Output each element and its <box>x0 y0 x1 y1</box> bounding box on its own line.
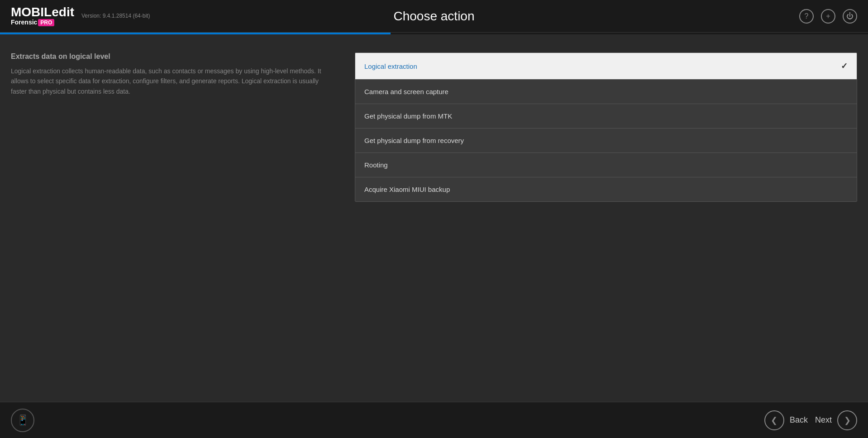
page-title: Choose action <box>393 9 474 24</box>
footer: 📱 ❮ Back Next ❯ <box>0 402 868 438</box>
back-button[interactable]: ❮ Back <box>764 410 808 430</box>
action-item-physical-dump-mtk[interactable]: Get physical dump from MTK <box>355 104 857 129</box>
action-label-xiaomi-miui-backup: Acquire Xiaomi MIUI backup <box>364 186 450 193</box>
help-button[interactable]: ? <box>799 9 814 24</box>
power-button[interactable]: ⏻ <box>843 9 857 24</box>
header-left: MOBILedit ForensicPRO Version: 9.4.1.285… <box>11 6 150 26</box>
add-icon: + <box>826 12 830 20</box>
add-device-icon: 📱 <box>17 414 29 426</box>
back-circle: ❮ <box>764 410 784 430</box>
next-arrow-icon: ❯ <box>844 415 851 425</box>
action-label-physical-dump-recovery: Get physical dump from recovery <box>364 137 464 144</box>
description-text: Logical extraction collects human-readab… <box>11 66 328 96</box>
next-circle: ❯ <box>837 410 857 430</box>
progress-bar <box>0 33 391 34</box>
header-right: ? + ⏻ <box>799 9 857 24</box>
action-label-rooting: Rooting <box>364 161 388 169</box>
right-panel: Logical extraction✓Camera and screen cap… <box>355 52 857 393</box>
main-content: Extracts data on logical level Logical e… <box>0 34 868 402</box>
action-list: Logical extraction✓Camera and screen cap… <box>355 52 857 202</box>
action-label-camera-screen-capture: Camera and screen capture <box>364 88 448 95</box>
version-label: Version: 9.4.1.28514 (64-bit) <box>81 13 150 19</box>
left-panel: Extracts data on logical level Logical e… <box>11 52 337 393</box>
next-button[interactable]: Next ❯ <box>815 410 857 430</box>
footer-left: 📱 <box>11 409 34 432</box>
help-icon: ? <box>805 12 809 20</box>
action-label-logical-extraction: Logical extraction <box>364 62 417 70</box>
action-item-xiaomi-miui-backup[interactable]: Acquire Xiaomi MIUI backup <box>355 177 857 201</box>
description-title: Extracts data on logical level <box>11 52 328 61</box>
next-label: Next <box>815 415 832 425</box>
action-label-physical-dump-mtk: Get physical dump from MTK <box>364 112 452 120</box>
footer-right: ❮ Back Next ❯ <box>764 410 857 430</box>
action-item-logical-extraction[interactable]: Logical extraction✓ <box>355 53 857 80</box>
pro-badge: PRO <box>38 19 54 26</box>
header-center: Choose action <box>393 9 474 24</box>
action-item-rooting[interactable]: Rooting <box>355 153 857 177</box>
power-icon: ⏻ <box>846 12 854 20</box>
header: MOBILedit ForensicPRO Version: 9.4.1.285… <box>0 0 868 33</box>
app-name: MOBILedit <box>11 5 74 19</box>
add-device-button[interactable]: 📱 <box>11 409 34 432</box>
back-label: Back <box>790 415 808 425</box>
add-button[interactable]: + <box>821 9 835 24</box>
check-icon: ✓ <box>841 61 848 71</box>
action-item-camera-screen-capture[interactable]: Camera and screen capture <box>355 80 857 104</box>
back-arrow-icon: ❮ <box>771 415 777 425</box>
action-item-physical-dump-recovery[interactable]: Get physical dump from recovery <box>355 129 857 153</box>
progress-bar-container <box>0 33 868 34</box>
logo: MOBILedit ForensicPRO <box>11 6 74 26</box>
app-subtitle: ForensicPRO <box>11 19 74 26</box>
